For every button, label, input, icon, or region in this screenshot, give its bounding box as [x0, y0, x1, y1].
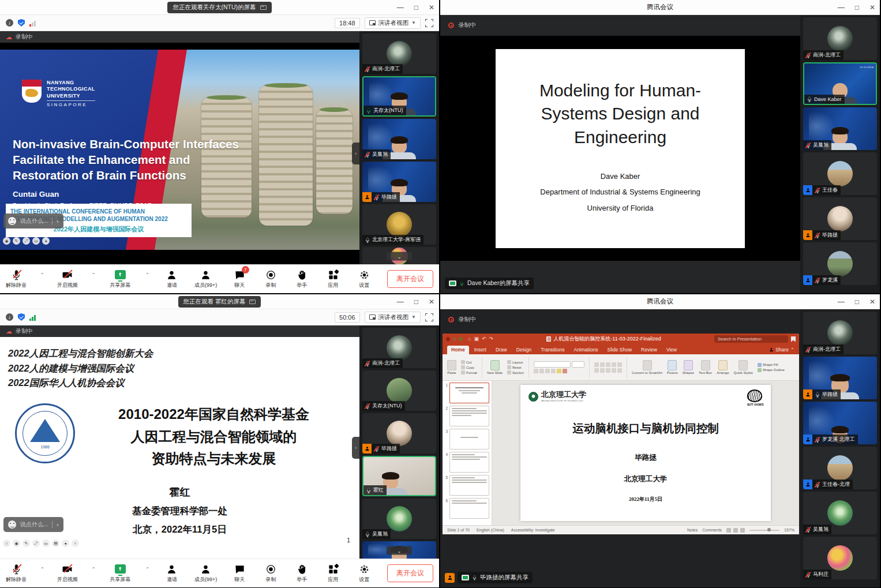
redo-icon[interactable]: ↷ — [489, 336, 494, 342]
font-size-select[interactable] — [572, 361, 584, 368]
invite-button[interactable]: 邀请 — [163, 269, 181, 289]
slide-thumbnail[interactable]: 4 — [444, 452, 489, 473]
settings-button[interactable]: 设置 — [355, 269, 373, 289]
align-buttons[interactable] — [594, 368, 622, 373]
shape-tool-icon[interactable]: ▭ — [42, 540, 50, 547]
home-icon[interactable]: ⌂ — [468, 336, 471, 342]
participant-tile[interactable]: 王佳春-北理 — [803, 447, 877, 489]
participant-tile[interactable]: 北京理工大学-席军强 — [362, 204, 436, 245]
more-tools-icon[interactable]: ● — [42, 237, 50, 245]
format-painter-button[interactable]: Format — [461, 370, 477, 374]
mac-traffic-lights[interactable] — [446, 337, 463, 341]
apps-button[interactable]: 应用 — [324, 563, 342, 583]
quick-styles-button[interactable]: Quick Styles — [733, 360, 752, 374]
comments-button[interactable]: Comments — [702, 528, 722, 532]
shapes-button[interactable]: Shapes — [683, 360, 694, 374]
eraser-tool-icon[interactable]: ▭ — [32, 237, 40, 245]
close-button[interactable]: ✕ — [429, 298, 434, 305]
tab-design[interactable]: Design — [512, 346, 535, 354]
pen-tool-icon[interactable]: ✎ — [23, 540, 30, 547]
apps-button[interactable]: 应用 — [324, 269, 342, 289]
participant-tile-partial[interactable]: ⌄ — [362, 247, 436, 264]
laser-tool-icon[interactable]: ◉ — [3, 237, 10, 245]
tab-insert[interactable]: Insert — [470, 346, 490, 354]
fullscreen-icon[interactable] — [425, 313, 433, 321]
participant-tile[interactable]: 关存太(NTU) — [362, 370, 436, 411]
record-button[interactable]: 录制 — [262, 563, 279, 583]
participant-tile[interactable]: 吴晨旭 — [803, 492, 877, 534]
members-button[interactable]: 成员(99+) — [194, 563, 217, 583]
close-button[interactable]: ✕ — [869, 4, 875, 11]
view-mode-button[interactable]: 演讲者视图▼ — [365, 17, 421, 29]
quick-chat-input[interactable]: 说点什么... ‹ — [3, 214, 63, 229]
quick-chat-input[interactable]: 说点什么... ‹ — [3, 517, 63, 532]
leave-meeting-button[interactable]: 离开会议 — [387, 564, 433, 582]
participant-tile[interactable]: 吴晨旭 — [362, 119, 436, 159]
security-shield-icon[interactable] — [18, 19, 25, 27]
slide-thumbnail[interactable]: 5 — [444, 475, 489, 496]
cut-button[interactable]: Cut — [461, 360, 477, 364]
scroll-down-chevron[interactable]: ⌄ — [387, 252, 412, 261]
shape-outline-button[interactable]: Shape Outline — [758, 368, 785, 372]
arrange-button[interactable]: Arrange — [717, 360, 729, 374]
participant-tile[interactable]: 商润-北理工 — [362, 33, 436, 74]
slide-thumbnail[interactable]: 2 — [444, 406, 489, 426]
minimize-button[interactable]: — — [838, 298, 845, 305]
tab-review[interactable]: Review — [637, 346, 661, 354]
pen-tool-icon[interactable]: ✎ — [13, 237, 20, 245]
eraser-tool-icon[interactable]: ▤ — [52, 540, 59, 547]
view-switcher-icons[interactable] — [726, 528, 745, 533]
slide-thumbnail[interactable]: 1 — [444, 383, 489, 403]
slide-thumbnail[interactable]: 3 — [444, 429, 489, 450]
maximize-button[interactable]: □ — [855, 4, 859, 11]
emoji-icon[interactable] — [8, 520, 16, 529]
share-button[interactable]: Share ⌃ — [769, 347, 794, 354]
participant-tile[interactable]: 王佳春 — [803, 152, 877, 195]
participant-tile[interactable]: 商润-北理工 — [803, 312, 877, 354]
participant-tile[interactable]: UF FLORIDA Dave Kaber — [803, 62, 877, 105]
tab-home[interactable]: Home — [447, 346, 469, 354]
picture-button[interactable]: Picture — [667, 360, 678, 374]
unmute-button[interactable]: 解除静音 — [6, 269, 27, 289]
accessibility-status[interactable]: Accessibility: Investigate — [511, 528, 555, 532]
font-name-select[interactable] — [534, 361, 571, 368]
tab-animations[interactable]: Animations — [569, 346, 602, 354]
notes-button[interactable]: Notes — [687, 528, 698, 532]
minimize-button[interactable]: — — [397, 298, 404, 305]
share-screen-button[interactable]: 共享屏幕 — [110, 563, 130, 583]
invite-button[interactable]: 邀请 — [163, 563, 181, 583]
ppt-search-input[interactable] — [714, 335, 788, 343]
participant-tile[interactable]: 毕路拯 — [803, 197, 877, 240]
raise-hand-button[interactable]: 举手 — [293, 269, 310, 289]
tab-view[interactable]: View — [662, 346, 681, 354]
participant-tile[interactable]: 罗龙溪 北理工 — [803, 402, 877, 444]
save-icon[interactable]: ▣ — [474, 336, 479, 342]
sidebar-collapse-handle[interactable]: › — [352, 143, 359, 164]
participant-tile[interactable]: 毕路拯 — [803, 357, 877, 399]
fullscreen-icon[interactable] — [425, 19, 433, 27]
undo-tool-icon[interactable]: ● — [62, 540, 69, 547]
info-icon[interactable]: i — [6, 19, 13, 27]
tab-slideshow[interactable]: Slide Show — [603, 346, 636, 354]
reset-button[interactable]: Reset — [507, 365, 524, 369]
tab-transitions[interactable]: Transitions — [537, 346, 568, 354]
members-button[interactable]: 成员(99+) — [194, 269, 217, 289]
maximize-button[interactable]: □ — [414, 298, 418, 305]
close-button[interactable]: ✕ — [429, 4, 434, 11]
participant-tile[interactable]: 商润-北理工 — [803, 17, 877, 60]
participant-tile-partial[interactable]: ⌄ — [362, 541, 436, 559]
participant-tile[interactable]: 商润-北理工 — [362, 328, 436, 368]
minimize-button[interactable]: — — [397, 4, 404, 11]
settings-button[interactable]: 设置 — [355, 563, 373, 583]
security-shield-icon[interactable] — [18, 313, 25, 321]
select-tool-icon[interactable]: ⤢ — [23, 237, 30, 245]
layout-button[interactable]: Layout — [507, 360, 524, 364]
textbox-button[interactable]: Text Box — [699, 360, 712, 374]
participant-tile[interactable]: 毕路拯 — [362, 413, 436, 454]
participant-tile[interactable]: 罗龙溪 — [803, 242, 877, 285]
chat-button[interactable]: 聊天 — [231, 563, 248, 583]
participant-tile[interactable]: 马利庄 — [803, 537, 877, 579]
more-tools-icon[interactable]: ‹ — [72, 540, 79, 547]
maximize-button[interactable]: □ — [414, 4, 418, 11]
unmute-button[interactable]: 解除静音 — [6, 563, 27, 583]
